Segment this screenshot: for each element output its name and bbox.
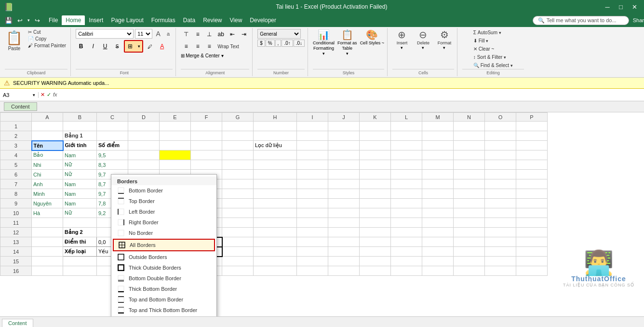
cell-i9[interactable] (297, 199, 328, 208)
cell-m14[interactable] (422, 247, 454, 257)
content-tab[interactable]: Content (4, 102, 37, 111)
cell-j13[interactable] (328, 237, 360, 247)
format-painter-button[interactable]: 🖌 Format Painter (27, 42, 67, 49)
cell-l6[interactable] (391, 170, 422, 179)
close-button[interactable]: ✕ (629, 1, 640, 13)
cell-n5[interactable] (454, 160, 485, 170)
bold-button[interactable]: B (76, 41, 86, 52)
cell-n8[interactable] (454, 189, 485, 199)
cell-a16[interactable] (32, 266, 63, 276)
cell-k4[interactable] (360, 150, 391, 160)
cell-k10[interactable] (360, 208, 391, 218)
delete-button[interactable]: ⊖ Delete ▾ (414, 29, 433, 50)
cell-c5[interactable]: 8,3 (97, 160, 128, 170)
indent-increase-button[interactable]: ⇥ (239, 29, 249, 40)
cell-l15[interactable] (391, 257, 422, 266)
col-header-o[interactable]: O (485, 113, 516, 122)
cell-p10[interactable] (516, 208, 548, 218)
cell-n9[interactable] (454, 199, 485, 208)
cell-a6[interactable]: Chi (32, 170, 63, 179)
cell-n7[interactable] (454, 179, 485, 189)
menu-data[interactable]: Data (179, 15, 199, 25)
cell-j11[interactable] (328, 218, 360, 228)
cell-l3[interactable] (391, 141, 422, 150)
clear-button[interactable]: ✕ Clear ~ (471, 45, 515, 53)
top-thick-bottom-border-item[interactable]: Top and Thick Bottom Border (111, 305, 216, 315)
cell-m1[interactable] (422, 122, 454, 131)
cell-k5[interactable] (360, 160, 391, 170)
cell-l4[interactable] (391, 150, 422, 160)
cell-j14[interactable] (328, 247, 360, 257)
cell-n11[interactable] (454, 218, 485, 228)
cell-n14[interactable] (454, 247, 485, 257)
col-header-p[interactable]: P (516, 113, 548, 122)
cell-m15[interactable] (422, 257, 454, 266)
cell-m4[interactable] (422, 150, 454, 160)
cell-i6[interactable] (297, 170, 328, 179)
autosum-button[interactable]: Σ AutoSum ▾ (471, 29, 515, 36)
col-header-h[interactable]: H (254, 113, 297, 122)
cell-b9[interactable]: Nam (63, 199, 97, 208)
cell-a11[interactable] (32, 218, 63, 228)
align-center-button[interactable]: ≡ (192, 41, 203, 52)
col-header-c[interactable]: C (97, 113, 128, 122)
menu-review[interactable]: Review (199, 15, 226, 25)
cell-n3[interactable] (454, 141, 485, 150)
cell-e1[interactable] (160, 122, 191, 131)
top-double-bottom-border-item[interactable]: Top and Double Bottom Border (111, 315, 216, 316)
cell-m13[interactable] (422, 237, 454, 247)
cell-h7[interactable] (254, 179, 297, 189)
align-left-button[interactable]: ≡ (181, 41, 191, 52)
cell-g6[interactable] (222, 170, 254, 179)
thick-outside-borders-item[interactable]: Thick Outside Borders (111, 262, 216, 273)
menu-view[interactable]: View (226, 15, 246, 25)
cell-styles-button[interactable]: 🎨 Cell Styles ~ (360, 29, 384, 46)
cell-b10[interactable]: Nữ (63, 208, 97, 218)
cell-h13[interactable] (254, 237, 297, 247)
cell-p8[interactable] (516, 189, 548, 199)
cell-h5[interactable] (254, 160, 297, 170)
orientation-button[interactable]: ab (215, 29, 226, 40)
cell-a2[interactable] (32, 131, 63, 141)
cell-h4[interactable] (254, 150, 297, 160)
cell-j9[interactable] (328, 199, 360, 208)
menu-developer[interactable]: Developer (246, 15, 280, 25)
cell-p15[interactable] (516, 257, 548, 266)
cell-o8[interactable] (485, 189, 516, 199)
format-button[interactable]: ⚙ Format ▾ (435, 29, 454, 50)
fill-button[interactable]: ⬇ Fill ▾ (471, 37, 515, 44)
cell-g12[interactable] (222, 228, 254, 237)
cell-k7[interactable] (360, 179, 391, 189)
increase-decimal-button[interactable]: .0↑ (282, 40, 293, 47)
menu-home[interactable]: Home (62, 15, 85, 25)
insert-button[interactable]: ⊕ Insert ▾ (392, 29, 412, 50)
cell-m8[interactable] (422, 189, 454, 199)
comma-button[interactable]: , (275, 40, 282, 47)
cell-a15[interactable] (32, 257, 63, 266)
grid-scroll[interactable]: A B C D E F G H I J K L M N O (0, 112, 644, 316)
cell-i14[interactable] (297, 247, 328, 257)
cell-h15[interactable] (254, 257, 297, 266)
wrap-text-button[interactable]: Wrap Text (215, 43, 241, 50)
cell-b1[interactable] (63, 122, 97, 131)
cell-n16[interactable] (454, 266, 485, 276)
cell-g13[interactable] (222, 237, 254, 247)
cell-m6[interactable] (422, 170, 454, 179)
cell-c2[interactable] (97, 131, 128, 141)
cell-k13[interactable] (360, 237, 391, 247)
underline-button[interactable]: U (100, 41, 110, 52)
border-dropdown-arrow[interactable]: ▾ (135, 41, 142, 52)
restore-button[interactable]: □ (615, 1, 627, 13)
cell-i13[interactable] (297, 237, 328, 247)
cell-l1[interactable] (391, 122, 422, 131)
cell-j4[interactable] (328, 150, 360, 160)
cut-button[interactable]: ✂ Cut (27, 29, 67, 35)
cell-o1[interactable] (485, 122, 516, 131)
cell-i8[interactable] (297, 189, 328, 199)
menu-insert[interactable]: Insert (85, 15, 107, 25)
menu-file[interactable]: File (45, 15, 62, 25)
cell-m5[interactable] (422, 160, 454, 170)
align-right-button[interactable]: ≡ (204, 41, 215, 52)
cell-o15[interactable] (485, 257, 516, 266)
cell-b4[interactable]: Nam (63, 150, 97, 160)
